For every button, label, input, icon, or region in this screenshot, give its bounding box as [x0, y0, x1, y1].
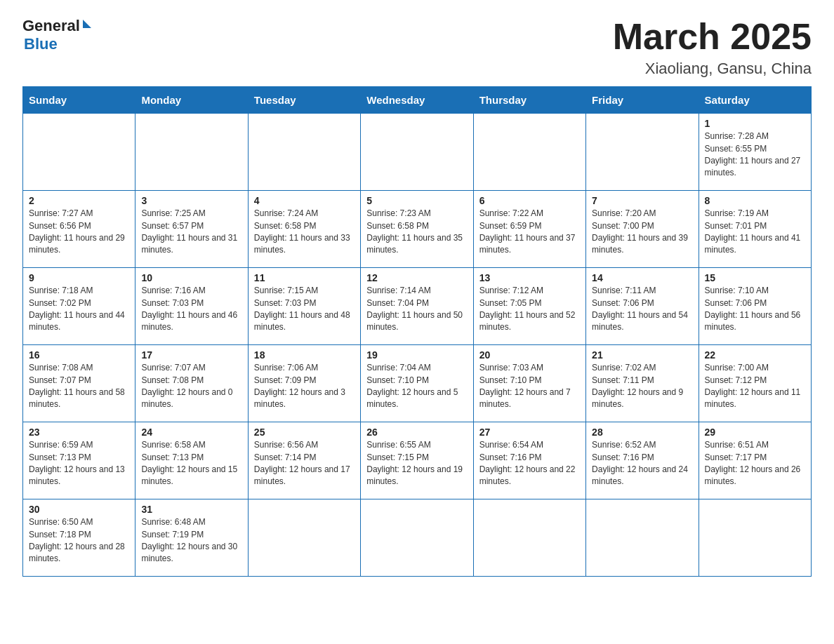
header-tuesday: Tuesday — [248, 87, 360, 114]
header-friday: Friday — [586, 87, 699, 114]
day-number: 27 — [479, 427, 580, 438]
day-number: 9 — [29, 272, 129, 283]
day-cell: 6Sunrise: 7:22 AMSunset: 6:59 PMDaylight… — [473, 191, 585, 268]
day-info: Sunrise: 7:22 AMSunset: 6:59 PMDaylight:… — [479, 208, 580, 257]
day-cell: 18Sunrise: 7:06 AMSunset: 7:09 PMDayligh… — [248, 345, 360, 422]
day-number: 28 — [592, 427, 692, 438]
day-cell: 5Sunrise: 7:23 AMSunset: 6:58 PMDaylight… — [361, 191, 473, 268]
day-cell: 8Sunrise: 7:19 AMSunset: 7:01 PMDaylight… — [699, 191, 811, 268]
day-number: 26 — [366, 427, 467, 438]
day-cell: 2Sunrise: 7:27 AMSunset: 6:56 PMDaylight… — [23, 191, 135, 268]
day-cell — [248, 499, 360, 577]
day-info: Sunrise: 7:04 AMSunset: 7:10 PMDaylight:… — [366, 362, 467, 411]
day-info: Sunrise: 7:28 AMSunset: 6:55 PMDaylight:… — [705, 130, 805, 180]
logo: General Blue — [22, 17, 91, 53]
day-info: Sunrise: 6:51 AMSunset: 7:17 PMDaylight:… — [705, 439, 805, 488]
week-row-6: 30Sunrise: 6:50 AMSunset: 7:18 PMDayligh… — [23, 499, 812, 577]
day-info: Sunrise: 6:52 AMSunset: 7:16 PMDaylight:… — [592, 439, 692, 488]
day-number: 17 — [141, 349, 241, 361]
day-cell: 23Sunrise: 6:59 AMSunset: 7:13 PMDayligh… — [23, 422, 135, 499]
day-cell: 25Sunrise: 6:56 AMSunset: 7:14 PMDayligh… — [248, 422, 360, 499]
day-number: 11 — [254, 272, 355, 283]
day-cell: 7Sunrise: 7:20 AMSunset: 7:00 PMDaylight… — [586, 191, 699, 268]
week-row-4: 16Sunrise: 7:08 AMSunset: 7:07 PMDayligh… — [23, 345, 812, 422]
day-cell: 16Sunrise: 7:08 AMSunset: 7:07 PMDayligh… — [23, 345, 135, 422]
day-info: Sunrise: 7:07 AMSunset: 7:08 PMDaylight:… — [141, 362, 241, 411]
day-info: Sunrise: 7:08 AMSunset: 7:07 PMDaylight:… — [29, 362, 129, 411]
day-number: 18 — [254, 349, 355, 361]
day-number: 19 — [366, 349, 467, 361]
day-cell — [473, 499, 585, 577]
day-cell: 13Sunrise: 7:12 AMSunset: 7:05 PMDayligh… — [473, 268, 585, 345]
day-info: Sunrise: 7:10 AMSunset: 7:06 PMDaylight:… — [705, 285, 805, 334]
calendar-table: SundayMondayTuesdayWednesdayThursdayFrid… — [22, 86, 812, 577]
day-cell — [361, 499, 473, 577]
week-row-1: 1Sunrise: 7:28 AMSunset: 6:55 PMDaylight… — [23, 114, 812, 191]
day-cell — [699, 499, 811, 577]
week-row-2: 2Sunrise: 7:27 AMSunset: 6:56 PMDaylight… — [23, 191, 812, 268]
location-title: Xiaoliang, Gansu, China — [613, 60, 812, 78]
day-number: 13 — [479, 272, 580, 283]
day-number: 24 — [141, 427, 241, 438]
day-info: Sunrise: 6:48 AMSunset: 7:19 PMDaylight:… — [141, 516, 241, 565]
day-number: 21 — [592, 349, 692, 361]
day-info: Sunrise: 6:56 AMSunset: 7:14 PMDaylight:… — [254, 439, 355, 488]
day-number: 4 — [254, 195, 355, 206]
day-info: Sunrise: 6:54 AMSunset: 7:16 PMDaylight:… — [479, 439, 580, 488]
day-number: 10 — [141, 272, 241, 283]
logo-blue-text: Blue — [24, 35, 58, 53]
day-number: 8 — [705, 195, 805, 206]
day-cell: 10Sunrise: 7:16 AMSunset: 7:03 PMDayligh… — [135, 268, 248, 345]
day-cell: 14Sunrise: 7:11 AMSunset: 7:06 PMDayligh… — [586, 268, 699, 345]
day-info: Sunrise: 6:58 AMSunset: 7:13 PMDaylight:… — [141, 439, 241, 488]
header-monday: Monday — [135, 87, 248, 114]
month-title: March 2025 — [613, 17, 812, 57]
day-info: Sunrise: 6:50 AMSunset: 7:18 PMDaylight:… — [29, 516, 129, 565]
day-cell: 9Sunrise: 7:18 AMSunset: 7:02 PMDaylight… — [23, 268, 135, 345]
day-cell — [361, 114, 473, 191]
day-number: 30 — [29, 504, 129, 515]
day-info: Sunrise: 7:02 AMSunset: 7:11 PMDaylight:… — [592, 362, 692, 411]
day-cell: 15Sunrise: 7:10 AMSunset: 7:06 PMDayligh… — [699, 268, 811, 345]
day-cell: 22Sunrise: 7:00 AMSunset: 7:12 PMDayligh… — [699, 345, 811, 422]
day-cell: 28Sunrise: 6:52 AMSunset: 7:16 PMDayligh… — [586, 422, 699, 499]
day-cell: 24Sunrise: 6:58 AMSunset: 7:13 PMDayligh… — [135, 422, 248, 499]
day-cell — [586, 114, 699, 191]
day-number: 16 — [29, 349, 129, 361]
day-number: 1 — [705, 118, 805, 129]
day-number: 12 — [366, 272, 467, 283]
header-saturday: Saturday — [699, 87, 811, 114]
day-cell: 29Sunrise: 6:51 AMSunset: 7:17 PMDayligh… — [699, 422, 811, 499]
day-number: 5 — [366, 195, 467, 206]
day-cell: 30Sunrise: 6:50 AMSunset: 7:18 PMDayligh… — [23, 499, 135, 577]
day-info: Sunrise: 7:24 AMSunset: 6:58 PMDaylight:… — [254, 208, 355, 257]
day-number: 29 — [705, 427, 805, 438]
calendar-header-row: SundayMondayTuesdayWednesdayThursdayFrid… — [23, 87, 812, 114]
day-cell: 20Sunrise: 7:03 AMSunset: 7:10 PMDayligh… — [473, 345, 585, 422]
day-info: Sunrise: 7:23 AMSunset: 6:58 PMDaylight:… — [366, 208, 467, 257]
day-info: Sunrise: 7:00 AMSunset: 7:12 PMDaylight:… — [705, 362, 805, 411]
day-number: 3 — [141, 195, 241, 206]
day-info: Sunrise: 7:18 AMSunset: 7:02 PMDaylight:… — [29, 285, 129, 334]
day-info: Sunrise: 7:11 AMSunset: 7:06 PMDaylight:… — [592, 285, 692, 334]
day-cell: 21Sunrise: 7:02 AMSunset: 7:11 PMDayligh… — [586, 345, 699, 422]
day-number: 14 — [592, 272, 692, 283]
day-number: 15 — [705, 272, 805, 283]
day-cell: 17Sunrise: 7:07 AMSunset: 7:08 PMDayligh… — [135, 345, 248, 422]
week-row-5: 23Sunrise: 6:59 AMSunset: 7:13 PMDayligh… — [23, 422, 812, 499]
day-info: Sunrise: 6:59 AMSunset: 7:13 PMDaylight:… — [29, 439, 129, 488]
day-cell — [135, 114, 248, 191]
day-number: 2 — [29, 195, 129, 206]
day-cell: 3Sunrise: 7:25 AMSunset: 6:57 PMDaylight… — [135, 191, 248, 268]
day-number: 31 — [141, 504, 241, 515]
header-sunday: Sunday — [23, 87, 135, 114]
day-cell — [473, 114, 585, 191]
day-info: Sunrise: 7:14 AMSunset: 7:04 PMDaylight:… — [366, 285, 467, 334]
day-cell: 26Sunrise: 6:55 AMSunset: 7:15 PMDayligh… — [361, 422, 473, 499]
day-info: Sunrise: 6:55 AMSunset: 7:15 PMDaylight:… — [366, 439, 467, 488]
day-cell: 4Sunrise: 7:24 AMSunset: 6:58 PMDaylight… — [248, 191, 360, 268]
day-cell — [23, 114, 135, 191]
day-cell — [586, 499, 699, 577]
day-cell: 27Sunrise: 6:54 AMSunset: 7:16 PMDayligh… — [473, 422, 585, 499]
day-info: Sunrise: 7:27 AMSunset: 6:56 PMDaylight:… — [29, 208, 129, 257]
